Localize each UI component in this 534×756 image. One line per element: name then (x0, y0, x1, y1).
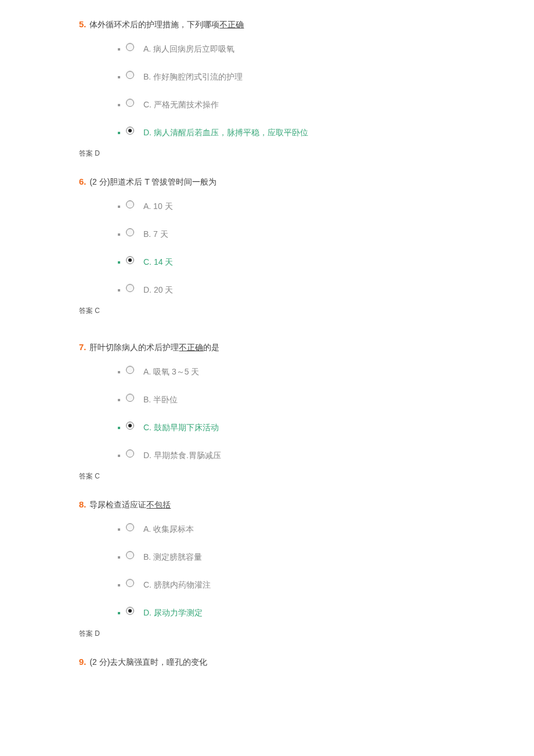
question-stem-pre: 肝叶切除病人的术后护理 (89, 343, 179, 352)
radio-option[interactable] (126, 579, 134, 587)
question-number: 8. (79, 499, 86, 509)
radio-option[interactable] (126, 284, 134, 292)
option-row: C. 14 天 (118, 257, 534, 268)
radio-option[interactable] (126, 449, 134, 458)
option-label: C. 严格无菌技术操作 (143, 100, 219, 110)
answer-line: 答案 C (79, 471, 534, 481)
bullet-icon (118, 399, 120, 401)
option-label: A. 收集尿标本 (143, 524, 194, 535)
option-label: D. 尿动力学测定 (143, 608, 203, 618)
option-row: B. 半卧位 (118, 395, 534, 405)
answer-line: 答案 D (79, 149, 534, 159)
question-stem-pre: 导尿检查适应证 (89, 500, 146, 509)
options-list: A. 吸氧 3～5 天B. 半卧位C. 鼓励早期下床活动D. 早期禁食.胃肠减压 (79, 367, 534, 461)
option-row: D. 尿动力学测定 (118, 608, 534, 618)
option-row: A. 吸氧 3～5 天 (118, 367, 534, 377)
bullet-icon (118, 261, 120, 264)
radio-option[interactable] (126, 43, 134, 51)
bullet-icon (118, 104, 120, 106)
question-stem: 8. 导尿检查适应证不包括 (79, 498, 534, 512)
radio-option[interactable] (126, 422, 134, 430)
radio-option[interactable] (126, 228, 134, 236)
radio-option[interactable] (126, 523, 134, 531)
page-root: 5. 体外循环术后的护理措施，下列哪项不正确A. 病人回病房后立即吸氧B. 作好… (0, 0, 534, 699)
question-number: 9. (79, 657, 86, 667)
option-label: A. 病人回病房后立即吸氧 (143, 44, 234, 55)
answer-line: 答案 D (79, 629, 534, 639)
radio-option[interactable] (126, 256, 134, 264)
question-block: 8. 导尿检查适应证不包括A. 收集尿标本B. 测定膀胱容量C. 膀胱内药物灌注… (79, 498, 534, 639)
option-label: C. 膀胱内药物灌注 (143, 580, 211, 591)
option-label: D. 病人清醒后若血压，脉搏平稳，应取平卧位 (143, 128, 308, 138)
option-row: A. 病人回病房后立即吸氧 (118, 44, 534, 55)
option-row: C. 膀胱内药物灌注 (118, 580, 534, 591)
radio-option[interactable] (126, 366, 134, 374)
question-number: 6. (79, 177, 86, 186)
question-number: 7. (79, 342, 86, 352)
question-stem: 6. (2 分)胆道术后 T 管拔管时间一般为 (79, 175, 534, 189)
radio-option[interactable] (126, 394, 134, 402)
bullet-icon (118, 612, 120, 614)
option-label: A. 10 天 (143, 201, 173, 212)
radio-option[interactable] (126, 71, 134, 79)
option-label: B. 半卧位 (143, 395, 178, 405)
radio-option[interactable] (126, 99, 134, 107)
question-stem-underline: 不包括 (146, 500, 171, 509)
option-label: B. 作好胸腔闭式引流的护理 (143, 72, 243, 82)
option-row: B. 测定膀胱容量 (118, 552, 534, 563)
question-stem: 9. (2 分)去大脑强直时，瞳孔的变化 (79, 655, 534, 669)
answer-line: 答案 C (79, 306, 534, 316)
bullet-icon (118, 233, 120, 236)
option-row: B. 7 天 (118, 229, 534, 240)
bullet-icon (118, 455, 120, 457)
radio-option[interactable] (126, 607, 134, 615)
bullet-icon (118, 528, 120, 531)
option-label: B. 测定膀胱容量 (143, 552, 202, 563)
option-label: D. 早期禁食.胃肠减压 (143, 451, 221, 461)
option-label: C. 鼓励早期下床活动 (143, 423, 219, 433)
radio-option[interactable] (126, 200, 134, 208)
options-list: A. 病人回病房后立即吸氧B. 作好胸腔闭式引流的护理C. 严格无菌技术操作D.… (79, 44, 534, 138)
bullet-icon (118, 206, 120, 208)
option-row: D. 20 天 (118, 285, 534, 296)
question-stem-post: 的是 (203, 343, 219, 352)
options-list: A. 10 天B. 7 天C. 14 天D. 20 天 (79, 201, 534, 296)
question-block: 5. 体外循环术后的护理措施，下列哪项不正确A. 病人回病房后立即吸氧B. 作好… (79, 17, 534, 159)
bullet-icon (118, 132, 120, 134)
bullet-icon (118, 584, 120, 586)
option-row: B. 作好胸腔闭式引流的护理 (118, 72, 534, 82)
question-block: 7. 肝叶切除病人的术后护理不正确的是A. 吸氧 3～5 天B. 半卧位C. 鼓… (79, 340, 534, 481)
bullet-icon (118, 76, 120, 78)
question-number: 5. (79, 19, 86, 29)
radio-option[interactable] (126, 127, 134, 135)
option-row: D. 病人清醒后若血压，脉搏平稳，应取平卧位 (118, 128, 534, 138)
option-row: D. 早期禁食.胃肠减压 (118, 451, 534, 461)
question-block: 9. (2 分)去大脑强直时，瞳孔的变化 (79, 655, 534, 669)
question-stem: 5. 体外循环术后的护理措施，下列哪项不正确 (79, 17, 534, 31)
options-list: A. 收集尿标本B. 测定膀胱容量C. 膀胱内药物灌注D. 尿动力学测定 (79, 524, 534, 618)
question-stem-pre: 体外循环术后的护理措施，下列哪项 (89, 20, 219, 29)
question-stem-pre: (2 分)去大脑强直时，瞳孔的变化 (89, 657, 207, 667)
question-stem: 7. 肝叶切除病人的术后护理不正确的是 (79, 340, 534, 354)
question-stem-pre: (2 分)胆道术后 T 管拔管时间一般为 (89, 177, 217, 186)
option-label: A. 吸氧 3～5 天 (143, 367, 199, 377)
question-block: 6. (2 分)胆道术后 T 管拔管时间一般为A. 10 天B. 7 天C. 1… (79, 175, 534, 316)
bullet-icon (118, 289, 120, 291)
question-stem-underline: 不正确 (179, 343, 203, 352)
radio-option[interactable] (126, 551, 134, 559)
question-stem-underline: 不正确 (219, 20, 244, 29)
option-label: D. 20 天 (143, 285, 173, 296)
option-row: A. 收集尿标本 (118, 524, 534, 535)
bullet-icon (118, 556, 120, 559)
option-label: B. 7 天 (143, 229, 168, 240)
bullet-icon (118, 371, 120, 373)
bullet-icon (118, 48, 120, 51)
option-row: A. 10 天 (118, 201, 534, 212)
option-row: C. 严格无菌技术操作 (118, 100, 534, 110)
bullet-icon (118, 427, 120, 429)
option-row: C. 鼓励早期下床活动 (118, 423, 534, 433)
option-label: C. 14 天 (143, 257, 173, 268)
